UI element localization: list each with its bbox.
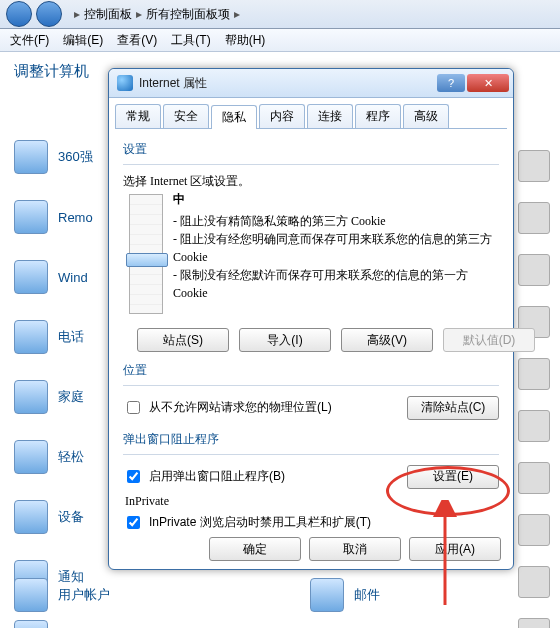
tab-programs[interactable]: 程序 bbox=[355, 104, 401, 128]
app-icon bbox=[14, 320, 48, 354]
app-icon bbox=[14, 500, 48, 534]
privacy-level-text: 中 - 阻止没有精简隐私策略的第三方 Cookie - 阻止没有经您明确同意而保… bbox=[173, 190, 499, 320]
cp-item[interactable]: 家庭 bbox=[14, 380, 93, 414]
cp-item[interactable]: Wind bbox=[14, 260, 93, 294]
menu-bar: 文件(F) 编辑(E) 查看(V) 工具(T) 帮助(H) bbox=[0, 29, 560, 52]
privacy-slider[interactable] bbox=[129, 194, 163, 314]
settings-label: 设置 bbox=[123, 141, 499, 158]
right-icon-column bbox=[518, 150, 550, 628]
zone-instruction: 选择 Internet 区域设置。 bbox=[123, 173, 499, 190]
checkbox-input[interactable] bbox=[127, 401, 140, 414]
app-icon bbox=[14, 260, 48, 294]
app-icon bbox=[14, 620, 48, 628]
cp-item[interactable]: 360强 bbox=[14, 140, 93, 174]
breadcrumb[interactable]: ▸ 控制面板 ▸ 所有控制面板项 ▸ bbox=[74, 6, 240, 23]
tab-general[interactable]: 常规 bbox=[115, 104, 161, 128]
cp-item[interactable]: 轻松 bbox=[14, 440, 93, 474]
help-button[interactable]: ? bbox=[437, 74, 465, 92]
checkbox-input[interactable] bbox=[127, 516, 140, 529]
cancel-button[interactable]: 取消 bbox=[309, 537, 401, 561]
menu-edit[interactable]: 编辑(E) bbox=[63, 32, 103, 49]
user-icon bbox=[14, 578, 48, 612]
apply-button[interactable]: 应用(A) bbox=[409, 537, 501, 561]
control-panel-list: 360强 Remo Wind 电话 家庭 轻松 设备 通知 系统 bbox=[14, 140, 93, 628]
app-icon[interactable] bbox=[518, 462, 550, 494]
menu-view[interactable]: 查看(V) bbox=[117, 32, 157, 49]
app-icon bbox=[14, 380, 48, 414]
app-icon bbox=[14, 140, 48, 174]
tab-security[interactable]: 安全 bbox=[163, 104, 209, 128]
breadcrumb-item[interactable]: 所有控制面板项 bbox=[146, 6, 230, 23]
ok-button[interactable]: 确定 bbox=[209, 537, 301, 561]
app-icon bbox=[14, 440, 48, 474]
app-icon[interactable] bbox=[518, 514, 550, 546]
cp-item[interactable]: 电话 bbox=[14, 320, 93, 354]
app-icon[interactable] bbox=[518, 566, 550, 598]
inprivate-label: InPrivate bbox=[125, 494, 499, 509]
app-icon[interactable] bbox=[518, 202, 550, 234]
cp-item[interactable]: 系统 bbox=[14, 620, 93, 628]
slider-thumb[interactable] bbox=[126, 253, 168, 267]
app-icon bbox=[14, 200, 48, 234]
default-button: 默认值(D) bbox=[443, 328, 535, 352]
app-icon[interactable] bbox=[518, 254, 550, 286]
internet-icon bbox=[117, 75, 133, 91]
tab-advanced[interactable]: 高级 bbox=[403, 104, 449, 128]
dialog-title: Internet 属性 bbox=[139, 75, 435, 92]
import-button[interactable]: 导入(I) bbox=[239, 328, 331, 352]
app-icon[interactable] bbox=[518, 410, 550, 442]
cp-item[interactable]: Remo bbox=[14, 200, 93, 234]
menu-tools[interactable]: 工具(T) bbox=[171, 32, 210, 49]
tab-connections[interactable]: 连接 bbox=[307, 104, 353, 128]
menu-help[interactable]: 帮助(H) bbox=[225, 32, 266, 49]
inprivate-disable-toolbars-checkbox[interactable]: InPrivate 浏览启动时禁用工具栏和扩展(T) bbox=[123, 513, 499, 532]
cp-item[interactable]: 设备 bbox=[14, 500, 93, 534]
app-icon[interactable] bbox=[518, 618, 550, 628]
advanced-button[interactable]: 高级(V) bbox=[341, 328, 433, 352]
tab-strip: 常规 安全 隐私 内容 连接 程序 高级 bbox=[115, 104, 507, 129]
internet-properties-dialog: Internet 属性 ? ✕ 常规 安全 隐私 内容 连接 程序 高级 设置 … bbox=[108, 68, 514, 570]
cp-item-mail[interactable]: 邮件 bbox=[310, 578, 380, 612]
sites-button[interactable]: 站点(S) bbox=[137, 328, 229, 352]
enable-popup-blocker-checkbox[interactable]: 启用弹出窗口阻止程序(B) bbox=[123, 467, 285, 486]
app-icon[interactable] bbox=[518, 150, 550, 182]
checkbox-input[interactable] bbox=[127, 470, 140, 483]
cp-bottom-row: 用户帐户 邮件 bbox=[14, 578, 380, 612]
forward-button[interactable] bbox=[36, 1, 62, 27]
menu-file[interactable]: 文件(F) bbox=[10, 32, 49, 49]
popup-blocker-label: 弹出窗口阻止程序 bbox=[123, 431, 499, 448]
breadcrumb-item[interactable]: 控制面板 bbox=[84, 6, 132, 23]
clear-sites-button[interactable]: 清除站点(C) bbox=[407, 396, 499, 420]
tab-content[interactable]: 内容 bbox=[259, 104, 305, 128]
close-button[interactable]: ✕ bbox=[467, 74, 509, 92]
back-button[interactable] bbox=[6, 1, 32, 27]
privacy-pane: 设置 选择 Internet 区域设置。 中 - 阻止没有精简隐私策略的第三方 … bbox=[109, 129, 513, 550]
never-allow-location-checkbox[interactable]: 从不允许网站请求您的物理位置(L) bbox=[123, 398, 332, 417]
tab-privacy[interactable]: 隐私 bbox=[211, 105, 257, 129]
dialog-footer: 确定 取消 应用(A) bbox=[209, 537, 501, 561]
dialog-titlebar[interactable]: Internet 属性 ? ✕ bbox=[109, 69, 513, 98]
privacy-level-name: 中 bbox=[173, 190, 499, 208]
popup-settings-button[interactable]: 设置(E) bbox=[407, 465, 499, 489]
app-icon[interactable] bbox=[518, 358, 550, 390]
location-label: 位置 bbox=[123, 362, 499, 379]
explorer-toolbar: ▸ 控制面板 ▸ 所有控制面板项 ▸ bbox=[0, 0, 560, 29]
cp-item-user-accounts[interactable]: 用户帐户 bbox=[14, 578, 110, 612]
mail-icon bbox=[310, 578, 344, 612]
